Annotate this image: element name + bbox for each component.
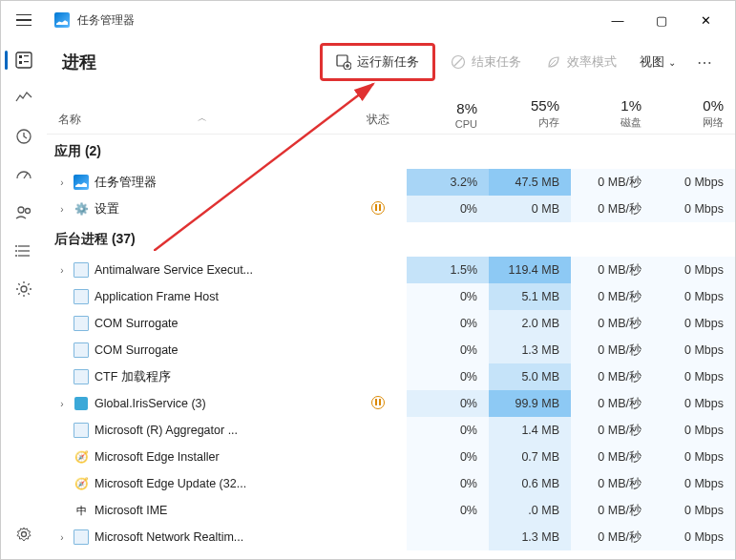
svg-rect-2: [24, 55, 29, 56]
svg-point-15: [21, 286, 27, 292]
memory-cell: 0 MB: [489, 196, 571, 222]
nav-history[interactable]: [5, 119, 43, 154]
cpu-cell: 0%: [407, 337, 489, 363]
network-cell: 0 Mbps: [653, 524, 735, 550]
process-name: Microsoft (R) Aggregator ...: [95, 424, 349, 437]
more-button[interactable]: ⋯: [689, 50, 720, 75]
expand-icon[interactable]: ›: [54, 399, 70, 409]
process-name: COM Surrogate: [95, 317, 349, 330]
header-memory[interactable]: 55% 内存: [489, 97, 571, 134]
expand-icon[interactable]: ›: [54, 532, 70, 543]
expand-icon[interactable]: ›: [54, 204, 70, 215]
process-icon: [74, 342, 89, 358]
network-cell: 0 Mbps: [653, 470, 735, 497]
main-content: 进程 运行新任务 结束任务 效率模式 视图 ⌄ ⋯: [47, 39, 735, 559]
disk-cell: 0 MB/秒: [571, 497, 653, 524]
efficiency-mode-label: 效率模式: [567, 53, 617, 71]
disk-cell: 0 MB/秒: [571, 390, 653, 417]
disk-cell: 0 MB/秒: [571, 363, 653, 390]
cpu-cell: [407, 524, 489, 550]
cpu-cell: 0%: [407, 283, 489, 310]
leaf-icon: [546, 54, 561, 70]
process-name: CTF 加载程序: [95, 369, 349, 385]
svg-point-12: [15, 245, 17, 247]
users-icon: [15, 204, 32, 221]
memory-cell: 1.3 MB: [489, 524, 571, 550]
process-name: 任务管理器: [95, 175, 349, 191]
memory-cell: 47.5 MB: [489, 169, 571, 196]
network-cell: 0 Mbps: [653, 337, 735, 363]
page-title: 进程: [62, 51, 96, 73]
table-row[interactable]: ›Global.IrisService (3)0%99.9 MB0 MB/秒0 …: [47, 390, 735, 417]
cpu-cell: 1.5%: [407, 257, 489, 283]
view-button[interactable]: 视图 ⌄: [632, 48, 683, 76]
memory-cell: 5.1 MB: [489, 283, 571, 310]
table-row[interactable]: COM Surrogate0%2.0 MB0 MB/秒0 Mbps: [47, 310, 735, 337]
header-name[interactable]: ︿ 名称: [54, 112, 349, 134]
process-icon: [74, 396, 89, 411]
run-task-icon: [336, 54, 351, 70]
nav-processes[interactable]: [5, 43, 43, 77]
nav-details[interactable]: [5, 234, 43, 268]
header-cpu[interactable]: 8% CPU: [407, 100, 489, 134]
process-list[interactable]: 应用 (2) ›任务管理器3.2%47.5 MB0 MB/秒0 Mbps›⚙️设…: [47, 135, 735, 559]
header-status[interactable]: 状态: [349, 112, 407, 134]
process-name: Antimalware Service Execut...: [95, 263, 349, 277]
nav-performance[interactable]: [5, 81, 43, 115]
close-button[interactable]: ✕: [683, 5, 727, 35]
svg-point-13: [15, 250, 17, 252]
startup-icon: [15, 166, 32, 183]
group-background[interactable]: 后台进程 (37): [47, 222, 735, 257]
table-row[interactable]: ›Microsoft Network Realtim...1.3 MB0 MB/…: [47, 524, 735, 550]
network-cell: 0 Mbps: [653, 283, 735, 310]
expand-icon[interactable]: ›: [54, 177, 70, 188]
end-task-label: 结束任务: [472, 53, 521, 71]
expand-icon[interactable]: ›: [54, 265, 70, 276]
nav-startup[interactable]: [5, 157, 43, 192]
disk-cell: 0 MB/秒: [571, 257, 653, 283]
disk-cell: 0 MB/秒: [571, 283, 653, 310]
process-icon: ⚙️: [74, 201, 89, 217]
run-new-task-button[interactable]: 运行新任务: [320, 43, 435, 81]
svg-point-14: [15, 255, 17, 257]
header-network[interactable]: 0% 网络: [653, 97, 735, 134]
table-row[interactable]: 🧭Microsoft Edge Installer0%0.7 MB0 MB/秒0…: [47, 444, 735, 470]
toolbar: 进程 运行新任务 结束任务 效率模式 视图 ⌄ ⋯: [47, 39, 735, 85]
end-task-button[interactable]: 结束任务: [441, 48, 531, 76]
table-row[interactable]: ›任务管理器3.2%47.5 MB0 MB/秒0 Mbps: [47, 169, 735, 196]
hamburger-icon: [16, 14, 32, 27]
nav-users[interactable]: [5, 196, 43, 230]
performance-icon: [15, 90, 32, 107]
table-row[interactable]: 🧭Microsoft Edge Update (32...0%0.6 MB0 M…: [47, 470, 735, 497]
processes-icon: [15, 52, 32, 69]
hamburger-menu[interactable]: [9, 5, 39, 35]
memory-cell: .0 MB: [489, 497, 571, 524]
disk-cell: 0 MB/秒: [571, 470, 653, 497]
minimize-button[interactable]: —: [596, 5, 640, 35]
nav-services[interactable]: [5, 272, 43, 306]
efficiency-mode-button[interactable]: 效率模式: [536, 48, 626, 76]
maximize-button[interactable]: ▢: [640, 5, 683, 35]
table-row[interactable]: Microsoft (R) Aggregator ...0%1.4 MB0 MB…: [47, 417, 735, 444]
svg-rect-0: [16, 52, 32, 68]
memory-cell: 119.4 MB: [489, 257, 571, 283]
process-icon: [74, 369, 89, 384]
table-row[interactable]: 中Microsoft IME0%.0 MB0 MB/秒0 Mbps: [47, 497, 735, 524]
table-row[interactable]: ›⚙️设置0%0 MB0 MB/秒0 Mbps: [47, 196, 735, 222]
table-row[interactable]: Application Frame Host0%5.1 MB0 MB/秒0 Mb…: [47, 283, 735, 310]
process-icon: 🧭: [74, 449, 89, 465]
network-cell: 0 Mbps: [653, 169, 735, 196]
network-cell: 0 Mbps: [653, 417, 735, 444]
network-cell: 0 Mbps: [653, 196, 735, 222]
table-row[interactable]: CTF 加载程序0%5.0 MB0 MB/秒0 Mbps: [47, 363, 735, 390]
table-row[interactable]: COM Surrogate0%1.3 MB0 MB/秒0 Mbps: [47, 337, 735, 363]
column-headers: ︿ 名称 状态 8% CPU 55% 内存 1% 磁盘 0% 网络: [47, 85, 735, 135]
titlebar: 任务管理器 — ▢ ✕: [1, 1, 735, 39]
window-controls: — ▢ ✕: [596, 5, 727, 35]
header-disk[interactable]: 1% 磁盘: [571, 97, 653, 134]
svg-rect-4: [24, 61, 29, 62]
table-row[interactable]: ›Antimalware Service Execut...1.5%119.4 …: [47, 257, 735, 283]
nav-settings[interactable]: [5, 517, 43, 551]
group-apps[interactable]: 应用 (2): [47, 135, 735, 169]
cpu-cell: 0%: [407, 444, 489, 470]
